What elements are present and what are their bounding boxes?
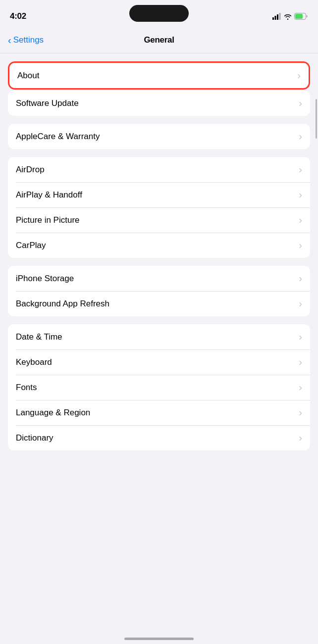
keyboard-label: Keyboard — [16, 357, 52, 367]
group-storage: iPhone Storage › Background App Refresh … — [8, 266, 310, 316]
software-update-chevron-icon: › — [299, 98, 302, 109]
row-software-update[interactable]: Software Update › — [8, 91, 310, 116]
picture-in-picture-chevron-icon: › — [299, 214, 302, 226]
settings-content: About › Software Update › AppleCare & Wa… — [0, 53, 318, 466]
scroll-indicator — [316, 99, 317, 139]
wifi-icon — [284, 13, 292, 20]
group-about-software-update: About › Software Update › — [8, 61, 310, 116]
row-airplay-handoff[interactable]: AirPlay & Handoff › — [8, 182, 310, 207]
row-keyboard[interactable]: Keyboard › — [8, 349, 310, 375]
status-time: 4:02 — [10, 11, 26, 21]
keyboard-chevron-icon: › — [299, 356, 302, 368]
row-dictionary[interactable]: Dictionary › — [8, 425, 310, 450]
fonts-chevron-icon: › — [299, 382, 302, 393]
group-locale: Date & Time › Keyboard › Fonts › Languag… — [8, 324, 310, 450]
row-background-app-refresh[interactable]: Background App Refresh › — [8, 291, 310, 316]
phone-frame: 4:02 — [0, 0, 318, 644]
svg-rect-2 — [277, 14, 278, 20]
back-button[interactable]: ‹ Settings — [8, 35, 44, 45]
language-region-chevron-icon: › — [299, 407, 302, 418]
applecare-chevron-icon: › — [299, 131, 302, 142]
group-connectivity: AirDrop › AirPlay & Handoff › Picture in… — [8, 157, 310, 258]
airdrop-chevron-icon: › — [299, 164, 302, 175]
row-fonts[interactable]: Fonts › — [8, 375, 310, 400]
about-chevron-icon: › — [297, 70, 301, 81]
svg-rect-5 — [295, 14, 303, 19]
iphone-storage-label: iPhone Storage — [16, 274, 74, 284]
about-label: About — [17, 71, 39, 81]
background-app-refresh-label: Background App Refresh — [16, 299, 109, 309]
airplay-handoff-chevron-icon: › — [299, 189, 302, 200]
back-label: Settings — [13, 35, 44, 45]
language-region-label: Language & Region — [16, 408, 90, 418]
fonts-label: Fonts — [16, 383, 37, 393]
date-time-chevron-icon: › — [299, 331, 302, 343]
software-update-label: Software Update — [16, 99, 79, 108]
svg-rect-0 — [272, 17, 274, 20]
row-applecare[interactable]: AppleCare & Warranty › — [8, 124, 310, 149]
carplay-label: CarPlay — [16, 241, 46, 250]
nav-bar: ‹ Settings General — [0, 27, 318, 53]
carplay-chevron-icon: › — [299, 240, 302, 251]
iphone-storage-chevron-icon: › — [299, 273, 302, 284]
row-iphone-storage[interactable]: iPhone Storage › — [8, 266, 310, 291]
date-time-label: Date & Time — [16, 332, 62, 342]
status-bar: 4:02 — [0, 0, 318, 27]
nav-title: General — [144, 35, 174, 45]
signal-icon — [272, 13, 281, 20]
row-about[interactable]: About › — [8, 61, 310, 90]
status-icons — [272, 13, 308, 20]
row-date-time[interactable]: Date & Time › — [8, 324, 310, 349]
battery-container — [294, 13, 308, 20]
row-language-region[interactable]: Language & Region › — [8, 400, 310, 425]
row-airdrop[interactable]: AirDrop › — [8, 157, 310, 182]
home-indicator — [124, 638, 194, 640]
applecare-label: AppleCare & Warranty — [16, 132, 100, 142]
dynamic-island — [129, 5, 189, 22]
row-picture-in-picture[interactable]: Picture in Picture › — [8, 207, 310, 233]
airplay-handoff-label: AirPlay & Handoff — [16, 190, 82, 200]
battery-icon — [294, 13, 308, 20]
background-app-refresh-chevron-icon: › — [299, 298, 302, 309]
svg-rect-3 — [279, 13, 281, 20]
dictionary-label: Dictionary — [16, 433, 53, 443]
svg-rect-1 — [275, 16, 276, 20]
group-applecare: AppleCare & Warranty › — [8, 124, 310, 149]
back-chevron-icon: ‹ — [8, 35, 11, 45]
picture-in-picture-label: Picture in Picture — [16, 215, 80, 225]
row-carplay[interactable]: CarPlay › — [8, 233, 310, 258]
dictionary-chevron-icon: › — [299, 432, 302, 444]
airdrop-label: AirDrop — [16, 165, 45, 175]
